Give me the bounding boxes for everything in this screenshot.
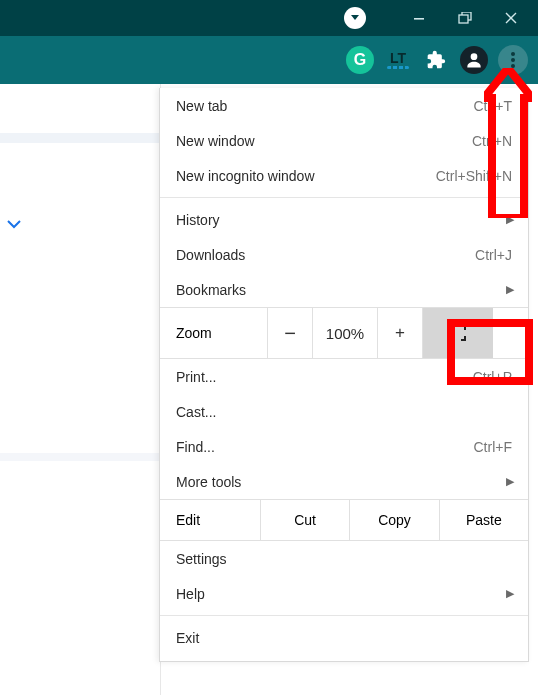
menu-item-label: New window xyxy=(176,133,472,149)
languagetool-extension-icon[interactable]: LT xyxy=(384,46,412,74)
zoom-value: 100% xyxy=(312,308,377,358)
paste-button[interactable]: Paste xyxy=(439,500,528,540)
page-background xyxy=(0,84,161,695)
menu-item-label: Exit xyxy=(176,630,512,646)
svg-point-4 xyxy=(511,52,515,56)
window-titlebar xyxy=(0,0,538,36)
menu-edit-row: Edit Cut Copy Paste xyxy=(160,499,528,541)
svg-rect-2 xyxy=(459,15,468,23)
cut-button[interactable]: Cut xyxy=(260,500,349,540)
menu-item-label: New tab xyxy=(176,98,474,114)
zoom-in-button[interactable]: + xyxy=(377,308,422,358)
menu-item-label: Cast... xyxy=(176,404,512,420)
annotation-highlight-box xyxy=(447,319,533,385)
menu-item-label: Bookmarks xyxy=(176,282,506,298)
submenu-arrow-icon: ▶ xyxy=(506,283,514,296)
edit-label: Edit xyxy=(160,500,260,540)
menu-item-cast[interactable]: Cast... xyxy=(160,394,528,429)
menu-item-exit[interactable]: Exit xyxy=(160,620,528,655)
menu-item-label: Settings xyxy=(176,551,512,567)
annotation-arrow-icon xyxy=(484,68,532,218)
page-background-stripe xyxy=(0,133,160,143)
submenu-arrow-icon: ▶ xyxy=(506,587,514,600)
title-dropdown-button[interactable] xyxy=(344,7,366,29)
svg-point-3 xyxy=(471,53,478,60)
svg-point-5 xyxy=(511,58,515,62)
maximize-button[interactable] xyxy=(442,0,488,36)
page-background-stripe xyxy=(0,453,160,461)
copy-button[interactable]: Copy xyxy=(349,500,438,540)
page-chevron-icon xyxy=(6,216,22,232)
submenu-arrow-icon: ▶ xyxy=(506,475,514,488)
menu-item-label: Print... xyxy=(176,369,473,385)
menu-item-shortcut: Ctrl+F xyxy=(474,439,513,455)
zoom-label: Zoom xyxy=(160,325,267,341)
menu-item-label: Downloads xyxy=(176,247,475,263)
menu-item-help[interactable]: Help ▶ xyxy=(160,576,528,611)
menu-item-history[interactable]: History ▶ xyxy=(160,202,528,237)
menu-divider xyxy=(160,615,528,616)
extensions-icon[interactable] xyxy=(422,46,450,74)
zoom-out-button[interactable]: − xyxy=(267,308,312,358)
menu-item-label: History xyxy=(176,212,506,228)
close-button[interactable] xyxy=(488,0,534,36)
menu-item-settings[interactable]: Settings xyxy=(160,541,528,576)
menu-item-label: Find... xyxy=(176,439,474,455)
menu-item-shortcut: Ctrl+J xyxy=(475,247,512,263)
svg-rect-0 xyxy=(414,18,424,20)
menu-item-new-tab[interactable]: New tab Ctrl+T xyxy=(160,88,528,123)
browser-toolbar: G LT xyxy=(0,36,538,84)
menu-item-incognito[interactable]: New incognito window Ctrl+Shift+N xyxy=(160,158,528,193)
menu-item-find[interactable]: Find... Ctrl+F xyxy=(160,429,528,464)
menu-item-label: Help xyxy=(176,586,506,602)
menu-item-more-tools[interactable]: More tools ▶ xyxy=(160,464,528,499)
minimize-button[interactable] xyxy=(396,0,442,36)
menu-divider xyxy=(160,197,528,198)
menu-item-label: More tools xyxy=(176,474,506,490)
menu-item-bookmarks[interactable]: Bookmarks ▶ xyxy=(160,272,528,307)
menu-item-new-window[interactable]: New window Ctrl+N xyxy=(160,123,528,158)
menu-item-label: New incognito window xyxy=(176,168,436,184)
menu-item-downloads[interactable]: Downloads Ctrl+J xyxy=(160,237,528,272)
grammarly-extension-icon[interactable]: G xyxy=(346,46,374,74)
